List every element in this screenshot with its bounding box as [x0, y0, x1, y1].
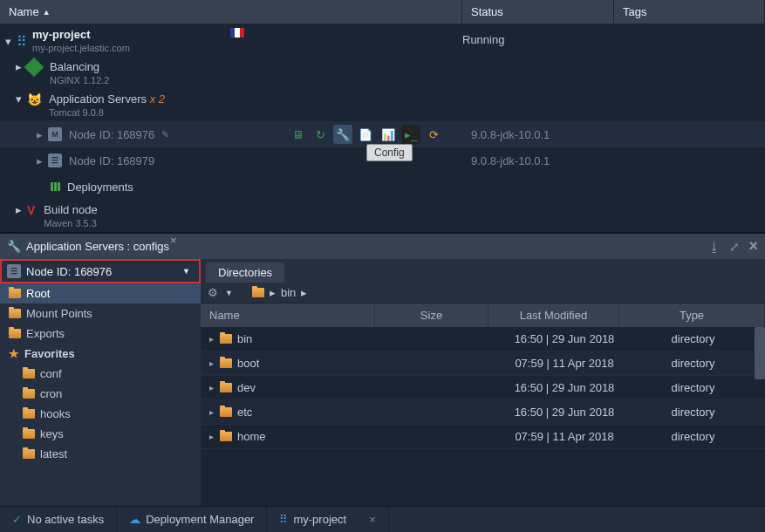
- mounts-item[interactable]: Mount Points: [0, 304, 201, 324]
- node2-tag: 9.0.8-jdk-10.0.1: [462, 154, 765, 167]
- gear-icon[interactable]: ⚙: [208, 286, 218, 299]
- folder-icon: [23, 369, 35, 379]
- bottom-bar: ✓ No active tasks ☁ Deployment Manager ⠿…: [0, 506, 765, 532]
- tab-deployment-manager[interactable]: ☁ Deployment Manager: [117, 507, 267, 532]
- grid-header: Name ▲ Status Tags: [0, 0, 765, 24]
- balancing-row[interactable]: ▸ Balancing NGINX 1.12.2: [0, 57, 765, 89]
- folder-icon: [9, 289, 21, 298]
- expand-icon[interactable]: ▸: [209, 407, 220, 417]
- deployments-row[interactable]: Deployments: [0, 174, 765, 200]
- env-subtitle: my-project.jelastic.com: [32, 41, 130, 53]
- breadcrumb[interactable]: ▸ bin ▸: [252, 286, 307, 299]
- file-row[interactable]: ▸boot07:59 | 11 Apr 2018directory: [201, 351, 765, 376]
- folder-icon: [220, 334, 232, 344]
- scrollbar-thumb[interactable]: [755, 327, 765, 379]
- buildnode-title: Build node: [44, 203, 97, 216]
- wrench-icon: 🔧: [7, 240, 21, 253]
- folder-icon: [220, 358, 232, 368]
- fh-name[interactable]: Name: [201, 304, 375, 327]
- log-button[interactable]: 📄: [356, 125, 375, 144]
- config-button[interactable]: 🔧: [333, 125, 352, 144]
- file-row[interactable]: ▸dev16:50 | 29 Jun 2018directory: [201, 376, 765, 400]
- file-row[interactable]: ▸home07:59 | 11 Apr 2018directory: [201, 425, 765, 449]
- node-row-168976[interactable]: ▸ M Node ID: 168976 ✎ 🖥 ↻ 🔧 📄 📊 ▸_ ⟳ 9.0…: [0, 121, 765, 147]
- folder-icon: [220, 407, 232, 417]
- environment-row[interactable]: ▾ ⠿ my-project my-project.jelastic.com R…: [0, 24, 765, 57]
- node-selector[interactable]: ☰ Node ID: 168976 ▼: [0, 259, 201, 283]
- right-pane: Directories ⚙ ▼ ▸ bin ▸ Name Size Last M…: [201, 259, 765, 506]
- column-status[interactable]: Status: [462, 0, 614, 24]
- folder-icon: [220, 432, 232, 441]
- open-browser-button[interactable]: 🖥: [288, 125, 307, 144]
- buildnode-subtitle: Maven 3.5.3: [44, 216, 97, 228]
- tab-my-project[interactable]: ⠿ my-project ×: [267, 507, 388, 532]
- crumb-sep: ▸: [301, 286, 307, 299]
- deployments-icon: [51, 182, 60, 191]
- configs-panel: 🔧 Application Servers : configs × ⭳ ⤢ × …: [0, 232, 765, 506]
- check-icon: ✓: [12, 513, 22, 526]
- root-item[interactable]: Root: [0, 283, 201, 304]
- cloud-icon: ☁: [129, 513, 140, 526]
- fh-size[interactable]: Size: [375, 304, 488, 327]
- favorite-hooks[interactable]: hooks: [0, 404, 201, 424]
- close-icon[interactable]: ×: [748, 237, 758, 256]
- panel-title: Application Servers : configs: [26, 240, 169, 253]
- tab-tasks[interactable]: ✓ No active tasks: [0, 507, 117, 532]
- exports-item[interactable]: Exports: [0, 324, 201, 344]
- fh-type[interactable]: Type: [619, 304, 765, 327]
- env-title: my-project: [32, 28, 130, 41]
- download-icon[interactable]: ⭳: [708, 240, 721, 254]
- addons-button[interactable]: ⟳: [424, 125, 443, 144]
- nodes-icon: ⠿: [279, 513, 288, 526]
- folder-icon: [9, 329, 21, 338]
- ssh-button[interactable]: ▸_: [401, 125, 420, 144]
- file-row[interactable]: ▸etc16:50 | 29 Jun 2018directory: [201, 400, 765, 425]
- expand-icon[interactable]: ▸: [16, 203, 22, 216]
- balancing-subtitle: NGINX 1.12.2: [50, 73, 109, 85]
- favorite-conf[interactable]: conf: [0, 364, 201, 384]
- tab-close-icon[interactable]: ×: [170, 234, 177, 247]
- sort-asc-icon: ▲: [43, 8, 51, 17]
- favorite-keys[interactable]: keys: [0, 424, 201, 444]
- crumb-sep: ▸: [270, 286, 276, 299]
- expand-icon[interactable]: ▸: [209, 358, 220, 368]
- node-actions: 🖥 ↻ 🔧 📄 📊 ▸_ ⟳: [279, 125, 462, 144]
- node-icon: ☰: [7, 264, 21, 278]
- file-list[interactable]: ▸bin16:50 | 29 Jun 2018directory▸boot07:…: [201, 327, 765, 506]
- tab-close-icon[interactable]: ×: [369, 513, 376, 526]
- expand-icon[interactable]: ▸: [209, 334, 220, 344]
- node1-label: Node ID: 168976: [69, 128, 154, 141]
- folder-icon: [220, 383, 232, 392]
- node-icon: ☰: [48, 153, 62, 167]
- folder-icon: [23, 429, 35, 439]
- collapse-icon[interactable]: ▾: [16, 92, 22, 106]
- panel-titlebar: 🔧 Application Servers : configs × ⭳ ⤢ ×: [0, 234, 765, 259]
- tomcat-icon: 😺: [27, 92, 42, 106]
- fh-mod[interactable]: Last Modified: [488, 304, 619, 327]
- directories-tab[interactable]: Directories: [206, 263, 284, 283]
- column-tags[interactable]: Tags: [614, 0, 765, 24]
- expand-icon[interactable]: ▸: [37, 128, 43, 141]
- statistics-button[interactable]: 📊: [379, 125, 398, 144]
- expand-icon[interactable]: ▸: [37, 154, 43, 167]
- expand-icon[interactable]: ▸: [16, 60, 22, 73]
- expand-icon[interactable]: ▸: [209, 383, 220, 392]
- appservers-row[interactable]: ▾ 😺 Application Servers x 2 Tomcat 9.0.8: [0, 89, 765, 121]
- favorite-cron[interactable]: cron: [0, 384, 201, 404]
- node2-label: Node ID: 168979: [69, 154, 154, 167]
- maximize-icon[interactable]: ⤢: [729, 240, 740, 254]
- balancing-title: Balancing: [50, 60, 109, 73]
- restart-button[interactable]: ↻: [311, 125, 330, 144]
- favorites-header[interactable]: ★ Favorites: [0, 344, 201, 364]
- env-status: Running: [462, 28, 614, 53]
- folder-icon: [252, 288, 264, 297]
- file-row[interactable]: ▸bin16:50 | 29 Jun 2018directory: [201, 327, 765, 351]
- chevron-down-icon[interactable]: ▼: [225, 289, 233, 297]
- file-header: Name Size Last Modified Type: [201, 304, 765, 327]
- expand-icon[interactable]: ▸: [209, 432, 220, 441]
- buildnode-row[interactable]: ▸ V Build node Maven 3.5.3: [0, 200, 765, 232]
- collapse-icon[interactable]: ▾: [5, 28, 11, 48]
- edit-icon[interactable]: ✎: [161, 129, 169, 140]
- column-name[interactable]: Name ▲: [0, 0, 462, 24]
- favorite-latest[interactable]: latest: [0, 444, 201, 464]
